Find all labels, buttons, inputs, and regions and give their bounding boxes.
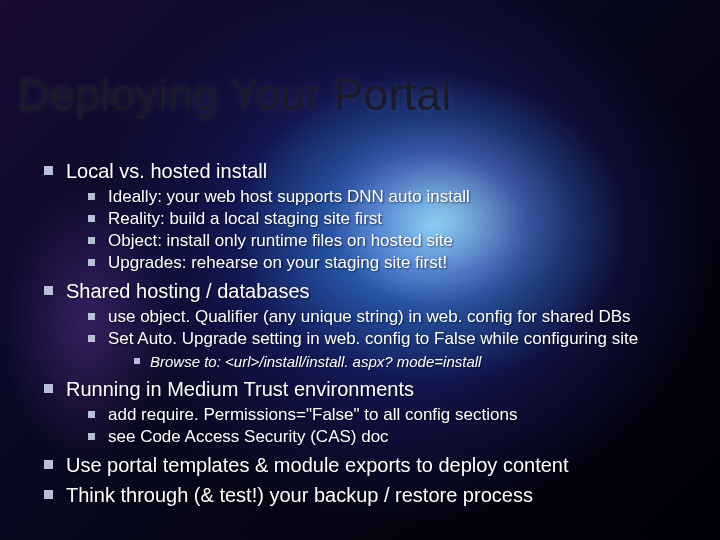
bullet-lvl2: add require. Permissions="False" to all …: [86, 404, 700, 426]
bullet-text: Reality: build a local staging site firs…: [108, 209, 382, 228]
bullet-text: add require. Permissions="False" to all …: [108, 405, 517, 424]
bullet-lvl2: use object. Qualifier (any unique string…: [86, 306, 700, 328]
bullet-lvl3: Browse to: <url>/install/install. aspx? …: [132, 352, 700, 372]
slide-title: Deploying Your Portal: [18, 70, 452, 120]
bullet-sublist: add require. Permissions="False" to all …: [86, 404, 700, 448]
bullet-lvl1: Running in Medium Trust environments add…: [40, 376, 700, 448]
bullet-lvl2: Upgrades: rehearse on your staging site …: [86, 252, 700, 274]
bullet-text: Use portal templates & module exports to…: [66, 454, 569, 476]
bullet-text: Set Auto. Upgrade setting in web. config…: [108, 329, 638, 348]
bullet-text: Shared hosting / databases: [66, 280, 310, 302]
bullet-lvl2: Reality: build a local staging site firs…: [86, 208, 700, 230]
bullet-text: Browse to: <url>/install/install. aspx? …: [150, 353, 481, 370]
bullet-text: Think through (& test!) your backup / re…: [66, 484, 533, 506]
bullet-text: Upgrades: rehearse on your staging site …: [108, 253, 447, 272]
bullet-subsublist: Browse to: <url>/install/install. aspx? …: [132, 352, 700, 372]
slide-body: Local vs. hosted install Ideally: your w…: [40, 158, 700, 512]
bullet-lvl2: see Code Access Security (CAS) doc: [86, 426, 700, 448]
bullet-lvl1: Local vs. hosted install Ideally: your w…: [40, 158, 700, 274]
bullet-text: Running in Medium Trust environments: [66, 378, 414, 400]
bullet-lvl1: Shared hosting / databases use object. Q…: [40, 278, 700, 371]
bullet-text: see Code Access Security (CAS) doc: [108, 427, 389, 446]
bullet-lvl2: Ideally: your web host supports DNN auto…: [86, 186, 700, 208]
bullet-text: Local vs. hosted install: [66, 160, 267, 182]
slide: Deploying Your Portal Local vs. hosted i…: [0, 0, 720, 540]
bullet-lvl1: Think through (& test!) your backup / re…: [40, 482, 700, 508]
bullet-list: Local vs. hosted install Ideally: your w…: [40, 158, 700, 508]
bullet-text: Ideally: your web host supports DNN auto…: [108, 187, 470, 206]
bullet-text: use object. Qualifier (any unique string…: [108, 307, 631, 326]
bullet-lvl1: Use portal templates & module exports to…: [40, 452, 700, 478]
bullet-lvl2: Object: install only runtime files on ho…: [86, 230, 700, 252]
bullet-sublist: use object. Qualifier (any unique string…: [86, 306, 700, 371]
bullet-lvl2: Set Auto. Upgrade setting in web. config…: [86, 328, 700, 371]
bullet-text: Object: install only runtime files on ho…: [108, 231, 453, 250]
bullet-sublist: Ideally: your web host supports DNN auto…: [86, 186, 700, 274]
